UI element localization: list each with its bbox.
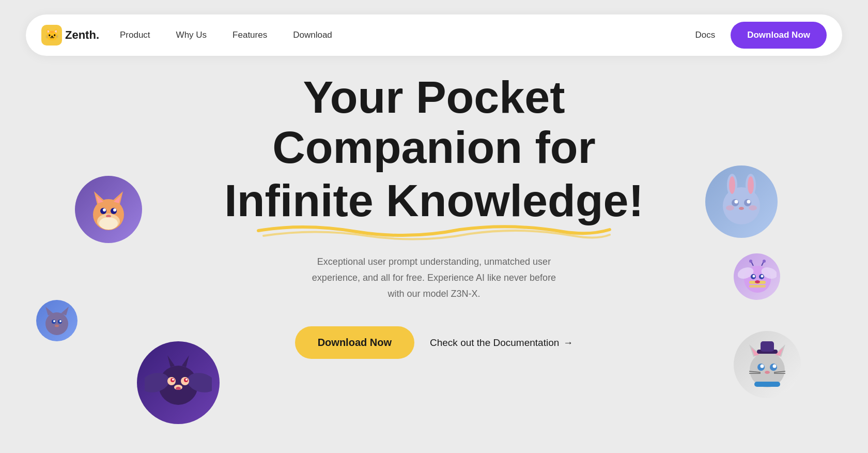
avatar-cat-small bbox=[36, 300, 78, 341]
svg-point-12 bbox=[45, 312, 68, 335]
svg-point-18 bbox=[59, 320, 61, 322]
hero-docs-link[interactable]: Check out the Documentation → bbox=[430, 337, 573, 349]
svg-point-56 bbox=[749, 260, 752, 263]
logo-text: Zenth. bbox=[65, 28, 99, 42]
svg-point-69 bbox=[761, 365, 764, 368]
svg-point-40 bbox=[735, 200, 738, 204]
hero-download-now-button[interactable]: Download Now bbox=[295, 326, 414, 359]
avatar-bat bbox=[137, 341, 220, 424]
avatar-cat-gray bbox=[734, 331, 801, 398]
svg-rect-64 bbox=[754, 382, 780, 387]
svg-point-17 bbox=[53, 320, 55, 322]
avatar-bee bbox=[734, 253, 780, 300]
svg-point-42 bbox=[739, 207, 744, 210]
avatar-bunny bbox=[705, 165, 778, 238]
logo-icon: 🐱 bbox=[41, 25, 62, 46]
svg-point-58 bbox=[763, 260, 766, 263]
svg-marker-24 bbox=[182, 355, 189, 367]
hero-underline-svg bbox=[253, 220, 615, 241]
svg-rect-66 bbox=[761, 341, 774, 352]
nav-links: Product Why Us Features Download bbox=[120, 30, 695, 40]
svg-point-37 bbox=[748, 176, 754, 194]
svg-point-52 bbox=[752, 275, 755, 277]
svg-point-71 bbox=[765, 371, 770, 374]
hero-buttons: Download Now Check out the Documentation… bbox=[295, 326, 574, 359]
avatar-fox bbox=[75, 176, 142, 243]
nav-right: Docs Download Now bbox=[695, 22, 827, 49]
svg-point-11 bbox=[99, 217, 118, 230]
svg-point-44 bbox=[749, 205, 757, 210]
nav-docs-link[interactable]: Docs bbox=[695, 30, 715, 40]
svg-marker-23 bbox=[167, 355, 175, 367]
svg-point-9 bbox=[113, 208, 116, 212]
nav-download-now-button[interactable]: Download Now bbox=[731, 22, 827, 49]
svg-point-8 bbox=[103, 208, 106, 212]
svg-point-54 bbox=[755, 280, 760, 283]
svg-point-19 bbox=[55, 324, 59, 327]
nav-link-features[interactable]: Features bbox=[233, 30, 267, 40]
svg-point-36 bbox=[729, 176, 735, 194]
svg-point-53 bbox=[761, 275, 763, 277]
svg-point-29 bbox=[172, 379, 174, 381]
nav-link-why-us[interactable]: Why Us bbox=[176, 30, 207, 40]
svg-point-41 bbox=[747, 200, 751, 204]
hero-subtitle: Exceptional user prompt understanding, u… bbox=[310, 254, 558, 301]
svg-rect-49 bbox=[749, 285, 766, 288]
nav-link-product[interactable]: Product bbox=[120, 30, 150, 40]
hero-title: Your Pocket Companion for Infinite Knowl… bbox=[224, 72, 644, 225]
hero-title-underline: Infinite Knowledge! bbox=[224, 176, 644, 226]
svg-point-70 bbox=[773, 365, 777, 368]
svg-point-30 bbox=[185, 379, 188, 381]
svg-point-32 bbox=[176, 387, 181, 390]
svg-point-43 bbox=[726, 205, 734, 210]
navbar: 🐱 Zenth. Product Why Us Features Downloa… bbox=[26, 14, 842, 56]
logo[interactable]: 🐱 Zenth. bbox=[41, 25, 99, 46]
nav-link-download[interactable]: Download bbox=[293, 30, 332, 40]
